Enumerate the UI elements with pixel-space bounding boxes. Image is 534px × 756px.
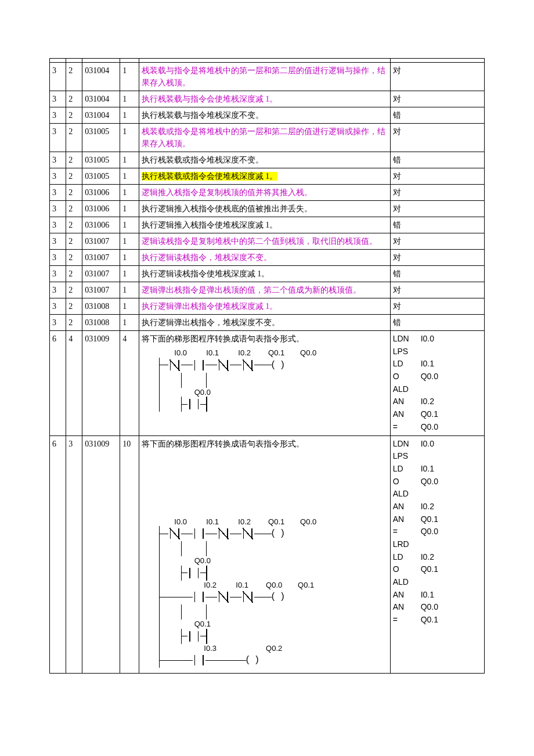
- table-cell: 1: [120, 185, 139, 201]
- table-cell: 1: [120, 124, 139, 152]
- table-cell: 031005: [82, 168, 120, 185]
- question-cell: 执行逻辑推入栈指令使堆栈深度减 1。: [139, 217, 390, 233]
- table-cell: 2: [66, 315, 82, 331]
- table-cell: 2: [66, 185, 82, 201]
- table-cell: 1: [120, 266, 139, 282]
- table-cell: 3: [50, 152, 66, 168]
- table-cell: 对: [390, 250, 484, 266]
- table-row: 6303100910将下面的梯形图程序转换成语句表指令形式。 I0.0I0.1I…: [50, 435, 485, 674]
- table-cell: 3: [50, 201, 66, 217]
- table-cell: 031007: [82, 250, 120, 266]
- table-cell: 3: [50, 185, 66, 201]
- table-cell: 2: [66, 91, 82, 107]
- table-cell: 3: [50, 282, 66, 298]
- table-row: 320310041执行栈装载与指令会使堆栈深度减 1。对: [50, 91, 485, 107]
- question-cell: [139, 59, 390, 63]
- question-cell: 执行逻辑读栈指令使堆栈深度减 1。: [139, 266, 390, 282]
- table-cell: 031009: [82, 331, 120, 436]
- question-cell: 逻辑读栈指令是复制堆栈中的第二个值到栈顶，取代旧的栈顶值。: [139, 233, 390, 250]
- table-cell: 031006: [82, 217, 120, 233]
- table-cell: 2: [66, 250, 82, 266]
- table-cell: [50, 59, 66, 63]
- question-table: 320310041栈装载与指令是将堆栈中的第一层和第二层的值进行逻辑与操作，结果…: [49, 58, 485, 674]
- table-cell: 1: [120, 152, 139, 168]
- question-cell: 逻辑弹出栈指令是弹出栈顶的值，第二个值成为新的栈顶值。: [139, 282, 390, 298]
- table-cell: 031007: [82, 266, 120, 282]
- table-cell: 3: [50, 266, 66, 282]
- table-cell: 1: [120, 250, 139, 266]
- table-row: 320310041栈装载与指令是将堆栈中的第一层和第二层的值进行逻辑与操作，结果…: [50, 63, 485, 91]
- ladder-diagram: I0.0I0.1I0.2Q0.1Q0.0 Q0.0: [142, 345, 388, 415]
- ladder-diagram: I0.0I0.1I0.2Q0.1Q0.0 Q0.0 I0.2I0.1Q0.0Q0…: [142, 514, 388, 672]
- table-row: 320310051执行栈装载或指令会使堆栈深度减 1。对: [50, 168, 485, 185]
- table-cell: 031004: [82, 63, 120, 91]
- table-cell: 对: [390, 124, 484, 152]
- table-cell: 1: [120, 91, 139, 107]
- table-row: 320310061执行逻辑推入栈指令使栈底的值被推出并丢失。对: [50, 201, 485, 217]
- table-cell: 3: [50, 217, 66, 233]
- table-cell: 对: [390, 185, 484, 201]
- table-cell: 2: [66, 168, 82, 185]
- question-cell: 栈装载与指令是将堆栈中的第一层和第二层的值进行逻辑与操作，结果存入栈顶。: [139, 63, 390, 91]
- table-cell: 031008: [82, 315, 120, 331]
- table-cell: 错: [390, 315, 484, 331]
- table-cell: 031005: [82, 152, 120, 168]
- table-row: 320310051栈装载或指令是将堆栈中的第一层和第二层的值进行逻辑或操作，结果…: [50, 124, 485, 152]
- table-cell: 对: [390, 201, 484, 217]
- table-cell: 3: [50, 168, 66, 185]
- question-cell: 执行栈装载与指令堆栈深度不变。: [139, 107, 390, 124]
- table-cell: 2: [66, 282, 82, 298]
- table-cell: 对: [390, 168, 484, 185]
- table-cell: 1: [120, 298, 139, 315]
- table-cell: 4: [120, 331, 139, 436]
- table-cell: 1: [120, 107, 139, 124]
- table-cell: 3: [50, 124, 66, 152]
- question-cell: 栈装载或指令是将堆栈中的第一层和第二层的值进行逻辑或操作，结果存入栈顶。: [139, 124, 390, 152]
- table-cell: 031006: [82, 185, 120, 201]
- table-cell: 3: [50, 91, 66, 107]
- table-row: [50, 59, 485, 63]
- table-cell: 2: [66, 217, 82, 233]
- answer-cell: LDNI0.0 LPS LDI0.1 OQ0.0 ALD ANI0.2 ANQ0…: [390, 331, 484, 436]
- table-cell: 3: [50, 233, 66, 250]
- table-cell: 6: [50, 435, 66, 674]
- table-cell: 1: [120, 217, 139, 233]
- table-cell: 031008: [82, 298, 120, 315]
- table-cell: 4: [66, 331, 82, 436]
- table-cell: 2: [66, 201, 82, 217]
- question-cell: 执行栈装载或指令会使堆栈深度减 1。: [139, 168, 390, 185]
- answer-cell: LDNI0.0 LPS LDI0.1 OQ0.0 ALD ANI0.2 ANQ0…: [390, 435, 484, 674]
- table-cell: 对: [390, 233, 484, 250]
- table-cell: 错: [390, 266, 484, 282]
- table-cell: 错: [390, 152, 484, 168]
- table-cell: 6: [50, 331, 66, 436]
- question-cell: 逻辑推入栈指令是复制栈顶的值并将其推入栈。: [139, 185, 390, 201]
- table-row: 320310071执行逻辑读栈指令，堆栈深度不变。对: [50, 250, 485, 266]
- table-row: 320310051执行栈装载或指令堆栈深度不变。错: [50, 152, 485, 168]
- table-row: 320310041执行栈装载与指令堆栈深度不变。错: [50, 107, 485, 124]
- table-cell: 10: [120, 435, 139, 674]
- table-cell: 031004: [82, 107, 120, 124]
- table-cell: 1: [120, 201, 139, 217]
- table-cell: 1: [120, 315, 139, 331]
- table-row: 320310071逻辑读栈指令是复制堆栈中的第二个值到栈顶，取代旧的栈顶值。对: [50, 233, 485, 250]
- question-cell: 执行逻辑弹出栈指令，堆栈深度不变。: [139, 315, 390, 331]
- table-cell: 3: [50, 298, 66, 315]
- table-cell: 2: [66, 152, 82, 168]
- table-cell: 1: [120, 233, 139, 250]
- table-cell: 3: [50, 107, 66, 124]
- table-cell: 2: [66, 233, 82, 250]
- table-row: 320310071逻辑弹出栈指令是弹出栈顶的值，第二个值成为新的栈顶值。对: [50, 282, 485, 298]
- table-cell: 错: [390, 217, 484, 233]
- question-cell: 将下面的梯形图程序转换成语句表指令形式。 I0.0I0.1I0.2Q0.1Q0.…: [139, 331, 390, 436]
- table-cell: 3: [66, 435, 82, 674]
- table-row: 320310081执行逻辑弹出栈指令，堆栈深度不变。错: [50, 315, 485, 331]
- question-cell: 将下面的梯形图程序转换成语句表指令形式。 I0.0I0.1I0.2Q0.1Q0.…: [139, 435, 390, 674]
- table-row: 320310081执行逻辑弹出栈指令使堆栈深度减 1。对: [50, 298, 485, 315]
- table-cell: 3: [50, 315, 66, 331]
- table-cell: 对: [390, 282, 484, 298]
- table-cell: 031005: [82, 124, 120, 152]
- table-row: 640310094将下面的梯形图程序转换成语句表指令形式。 I0.0I0.1I0…: [50, 331, 485, 436]
- question-cell: 执行逻辑弹出栈指令使堆栈深度减 1。: [139, 298, 390, 315]
- table-cell: 031006: [82, 201, 120, 217]
